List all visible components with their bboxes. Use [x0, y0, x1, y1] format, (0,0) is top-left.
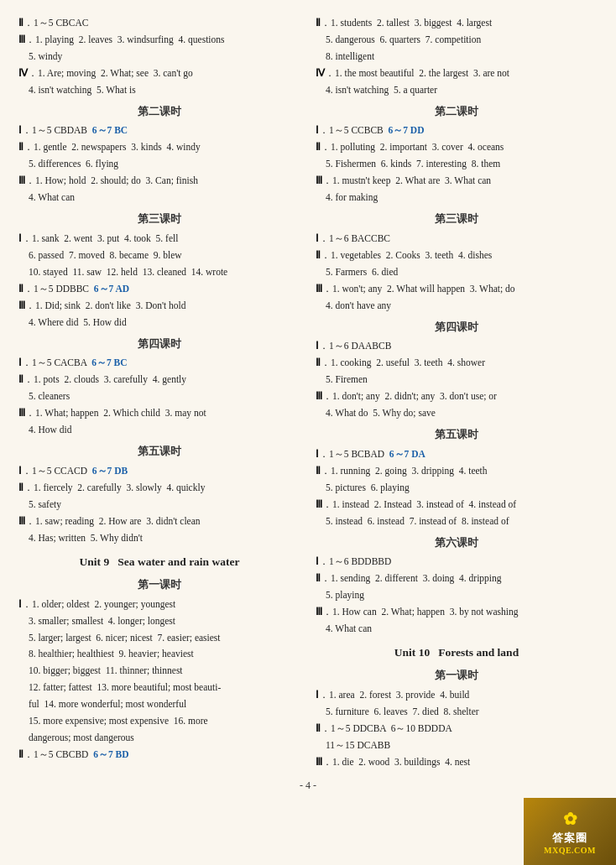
left-line-20: Ⅲ．1. What; happen 2. Which child 3. may …: [18, 405, 300, 421]
right-line-7: Ⅱ．1. polluting 2. important 3. cover 4. …: [316, 139, 598, 155]
right-line-14: Ⅲ．1. won't; any 2. What will happen 3. W…: [316, 281, 598, 297]
lesson-title-u9-1st: 第一课时: [18, 576, 300, 594]
right-column: Ⅱ．1. students 2. tallest 3. biggest 4. l…: [316, 15, 598, 771]
roman-label: Ⅲ: [18, 408, 25, 418]
left-line-24: 5. safety: [18, 497, 300, 513]
roman-label: Ⅰ: [18, 357, 22, 367]
right-line-10: 4. for making: [316, 190, 598, 206]
right-line-21: Ⅰ．1～5 BCBAD 6～7 DA: [316, 446, 598, 462]
left-line-15: Ⅲ．1. Did; sink 2. don't like 3. Don't ho…: [18, 298, 300, 314]
roman-label: Ⅰ: [316, 125, 319, 135]
lesson-title-3rd: 第三课时: [18, 211, 300, 228]
left-line-12: 6. passed 7. moved 8. became 9. blew: [18, 248, 300, 263]
roman-label: Ⅰ: [316, 233, 319, 243]
roman-label: Ⅰ: [316, 341, 319, 351]
left-line-18: Ⅱ．1. pots 2. clouds 3. carefully 4. gent…: [18, 372, 300, 388]
lesson-title-r-6th: 第六课时: [316, 534, 598, 552]
right-line-16: Ⅰ．1～6 DAABCB: [316, 338, 598, 354]
roman-label: Ⅰ: [18, 233, 22, 243]
roman-label: Ⅳ: [18, 68, 28, 78]
right-line-1: Ⅱ．1. students 2. tallest 3. biggest 4. l…: [316, 15, 598, 31]
lesson-title-2nd: 第二课时: [18, 103, 300, 121]
right-line-35: Ⅲ．1. die 2. wood 3. buildings 4. nest: [316, 754, 598, 770]
right-line-6: Ⅰ．1～5 CCBCB 6～7 DD: [316, 122, 598, 138]
right-line-17: Ⅱ．1. cooking 2. useful 3. teeth 4. showe…: [316, 355, 598, 371]
left-line-29: 5. larger; largest 6. nicer; nicest 7. e…: [18, 630, 300, 646]
lesson-title-r-3rd: 第三课时: [316, 211, 598, 228]
left-line-11: Ⅰ．1. sank 2. went 3. put 4. took 5. fell: [18, 231, 300, 247]
highlight: 6～7 BC: [92, 125, 128, 135]
roman-label: Ⅲ: [316, 175, 322, 185]
unit-10-title: Unit 10 Forests and land: [316, 644, 598, 662]
right-line-33: Ⅱ．1～5 DDCBA 6～10 BDDDA: [316, 721, 598, 737]
highlight: 6～7 DD: [388, 125, 424, 135]
roman-label: Ⅰ: [316, 449, 319, 459]
right-line-29: Ⅲ．1. How can 2. What; happen 3. by not w…: [316, 604, 598, 620]
left-line-3: 5. windy: [18, 49, 300, 65]
roman-label: Ⅱ: [316, 723, 321, 733]
roman-label: Ⅱ: [316, 357, 321, 367]
right-line-8: 5. Fishermen 6. kinds 7. interesting 8. …: [316, 156, 598, 172]
left-line-8: 5. differences 6. flying: [18, 156, 300, 172]
left-line-25: Ⅲ．1. saw; reading 2. How are 3. didn't c…: [18, 513, 300, 529]
page-number: - 4 -: [18, 779, 598, 792]
lesson-title-r-5th: 第五课时: [316, 426, 598, 444]
highlight: 6～7 DB: [92, 466, 128, 476]
right-line-25: 5. instead 6. instead 7. instead of 8. i…: [316, 513, 598, 529]
roman-label: Ⅰ: [18, 599, 22, 609]
highlight: 6～7 DA: [389, 449, 425, 459]
main-content: Ⅱ．1～5 CBCAC Ⅲ．1. playing 2. leaves 3. wi…: [18, 15, 598, 771]
highlight: 6～7 BD: [93, 749, 128, 759]
right-line-19: Ⅲ．1. don't; any 2. didn't; any 3. don't …: [316, 388, 598, 404]
left-line-26: 4. Has; written 5. Why didn't: [18, 530, 300, 546]
lesson-title-r-4th: 第四课时: [316, 319, 598, 336]
left-line-9: Ⅲ．1. How; hold 2. should; do 3. Can; fin…: [18, 173, 300, 189]
left-line-14: Ⅱ．1～5 DDBBC 6～7 AD: [18, 281, 300, 297]
roman-label: Ⅱ: [18, 18, 23, 28]
right-line-13: 5. Farmers 6. died: [316, 264, 598, 280]
roman-label: Ⅲ: [316, 391, 322, 401]
roman-label: Ⅱ: [18, 482, 23, 492]
roman-label: Ⅱ: [316, 573, 321, 583]
right-line-28: 5. playing: [316, 587, 598, 603]
left-line-33: ful 14. more wonderful; most wonderful: [18, 696, 300, 712]
left-line-35: dangerous; most dangerous: [18, 730, 300, 746]
unit-9-title: Unit 9 Sea water and rain water: [18, 553, 300, 571]
right-line-18: 5. Firemen: [316, 372, 598, 388]
left-line-17: Ⅰ．1～5 CACBA 6～7 BC: [18, 355, 300, 371]
watermark-icon: ✿: [563, 809, 577, 829]
right-line-32: 5. furniture 6. leaves 7. died 8. shelte…: [316, 704, 598, 720]
left-line-1: Ⅱ．1～5 CBCAC: [18, 15, 300, 31]
watermark: ✿ 答案圈 MXQE.COM: [524, 798, 616, 865]
right-line-5: 4. isn't watching 5. a quarter: [316, 82, 598, 98]
right-line-23: 5. pictures 6. playing: [316, 480, 598, 496]
left-line-7: Ⅱ．1. gentle 2. newspapers 3. kinds 4. wi…: [18, 139, 300, 155]
left-line-36: Ⅱ．1～5 CBCBD 6～7 BD: [18, 747, 300, 763]
right-line-27: Ⅱ．1. sending 2. different 3. doing 4. dr…: [316, 571, 598, 586]
lesson-title-u10-1st: 第一课时: [316, 667, 598, 685]
roman-label: Ⅱ: [18, 284, 23, 294]
watermark-bottom-text: MXQE.COM: [544, 846, 596, 855]
page: Ⅱ．1～5 CBCAC Ⅲ．1. playing 2. leaves 3. wi…: [0, 0, 616, 865]
left-column: Ⅱ．1～5 CBCAC Ⅲ．1. playing 2. leaves 3. wi…: [18, 15, 300, 771]
roman-label: Ⅲ: [316, 757, 322, 767]
right-line-20: 4. What do 5. Why do; save: [316, 405, 598, 421]
right-line-9: Ⅲ．1. mustn't keep 2. What are 3. What ca…: [316, 173, 598, 189]
right-line-11: Ⅰ．1～6 BACCBC: [316, 231, 598, 247]
left-line-16: 4. Where did 5. How did: [18, 315, 300, 331]
roman-label: Ⅲ: [18, 300, 25, 310]
left-line-2: Ⅲ．1. playing 2. leaves 3. windsurfing 4.…: [18, 32, 300, 48]
roman-label: Ⅱ: [18, 749, 23, 759]
roman-label: Ⅱ: [316, 142, 321, 152]
left-line-27: Ⅰ．1. older; oldest 2. younger; youngest: [18, 597, 300, 612]
highlight: 6～7 AD: [94, 284, 129, 294]
roman-label: Ⅰ: [18, 466, 22, 476]
left-line-21: 4. How did: [18, 422, 300, 438]
roman-label: Ⅱ: [18, 374, 23, 384]
right-line-24: Ⅲ．1. instead 2. Instead 3. instead of 4.…: [316, 497, 598, 513]
left-line-10: 4. What can: [18, 190, 300, 206]
left-line-32: 12. fatter; fattest 13. more beautiful; …: [18, 680, 300, 696]
lesson-title-5th: 第五课时: [18, 443, 300, 461]
left-line-22: Ⅰ．1～5 CCACD 6～7 DB: [18, 463, 300, 479]
roman-label: Ⅲ: [18, 34, 25, 44]
